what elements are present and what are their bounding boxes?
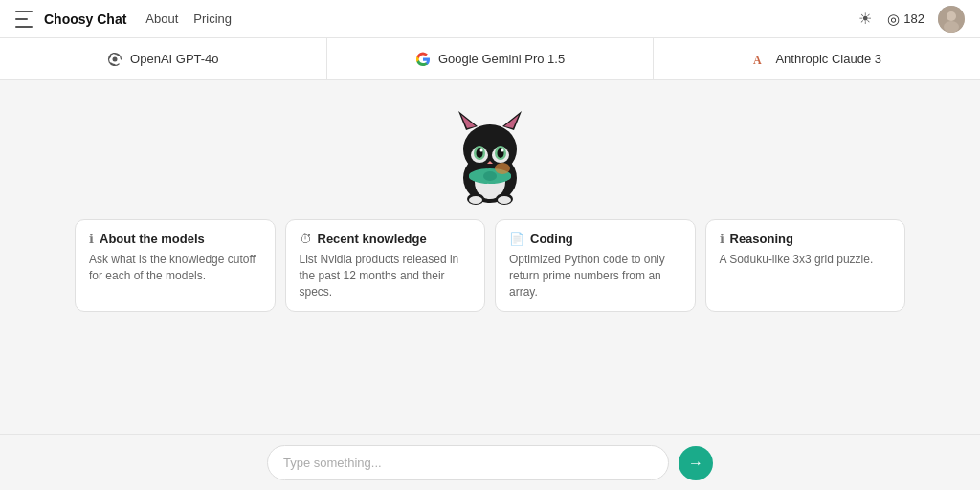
cat-mascot	[437, 100, 543, 210]
send-button[interactable]: →	[679, 446, 713, 480]
sidebar-toggle-button[interactable]	[15, 11, 33, 28]
model-openai-label: OpenAI GPT-4o	[130, 52, 219, 66]
svg-point-24	[495, 163, 510, 174]
info-icon: ℹ	[89, 232, 94, 246]
theme-toggle-button[interactable]: ☀	[857, 8, 874, 30]
card-reasoning-header: ℹ Reasoning	[720, 232, 892, 246]
model-google-label: Google Gemini Pro 1.5	[438, 52, 565, 66]
navbar: Choosy Chat About Pricing ☀ ◎ 182	[0, 0, 980, 38]
model-google[interactable]: Google Gemini Pro 1.5	[327, 38, 655, 79]
card-about-models-header: ℹ About the models	[89, 232, 261, 246]
model-bar: OpenAI GPT-4o Google Gemini Pro 1.5 A An…	[0, 38, 980, 80]
card-about-models[interactable]: ℹ About the models Ask what is the knowl…	[75, 219, 276, 312]
nav-links: About Pricing	[145, 11, 232, 26]
card-reasoning[interactable]: ℹ Reasoning A Soduku-like 3x3 grid puzzl…	[705, 219, 906, 312]
suggestion-cards: ℹ About the models Ask what is the knowl…	[59, 219, 921, 312]
card-recent-knowledge-title: Recent knowledge	[318, 232, 427, 246]
openai-icon	[107, 52, 122, 67]
main-content: ℹ About the models Ask what is the knowl…	[0, 80, 980, 434]
card-coding-header: 📄 Coding	[509, 232, 681, 246]
card-about-models-title: About the models	[100, 232, 205, 246]
card-coding-desc: Optimized Python code to only return pri…	[509, 252, 681, 300]
chat-input[interactable]	[267, 445, 669, 480]
code-icon: 📄	[509, 232, 524, 246]
brand-logo: Choosy Chat	[44, 11, 126, 27]
svg-point-27	[469, 196, 482, 204]
nav-link-pricing[interactable]: Pricing	[193, 11, 232, 26]
credit-badge: ◎ 182	[887, 11, 924, 28]
svg-point-3	[113, 56, 118, 61]
nav-link-about[interactable]: About	[145, 11, 178, 26]
card-coding[interactable]: 📄 Coding Optimized Python code to only r…	[495, 219, 696, 312]
input-bar: →	[0, 434, 980, 490]
model-anthropic-label: Anthropic Claude 3	[775, 52, 881, 66]
card-recent-knowledge[interactable]: ⏱ Recent knowledge List Nvidia products …	[285, 219, 486, 312]
credit-icon: ◎	[887, 11, 900, 28]
anthropic-icon: A	[752, 52, 768, 67]
navbar-right: ☀ ◎ 182	[857, 6, 965, 33]
user-avatar[interactable]	[938, 6, 965, 33]
google-icon	[415, 52, 431, 67]
card-recent-knowledge-header: ⏱ Recent knowledge	[300, 232, 472, 246]
card-about-models-desc: Ask what is the knowledge cutoff for eac…	[89, 252, 261, 284]
svg-text:A: A	[753, 54, 762, 67]
navbar-left: Choosy Chat About Pricing	[15, 11, 232, 28]
model-anthropic[interactable]: A Anthropic Claude 3	[654, 38, 980, 79]
model-openai[interactable]: OpenAI GPT-4o	[0, 38, 327, 79]
credit-count: 182	[903, 11, 924, 26]
card-reasoning-desc: A Soduku-like 3x3 grid puzzle.	[720, 252, 892, 268]
svg-point-18	[480, 149, 483, 152]
svg-point-19	[501, 149, 504, 152]
svg-point-2	[944, 21, 959, 33]
svg-point-1	[947, 11, 956, 21]
card-recent-knowledge-desc: List Nvidia products released in the pas…	[300, 252, 472, 300]
card-coding-title: Coding	[530, 232, 573, 246]
reasoning-icon: ℹ	[720, 232, 724, 246]
card-reasoning-title: Reasoning	[730, 232, 793, 246]
svg-point-28	[498, 196, 511, 204]
svg-point-23	[483, 171, 497, 181]
send-icon: →	[688, 455, 703, 472]
clock-icon: ⏱	[300, 232, 312, 246]
sun-icon: ☀	[858, 10, 872, 28]
